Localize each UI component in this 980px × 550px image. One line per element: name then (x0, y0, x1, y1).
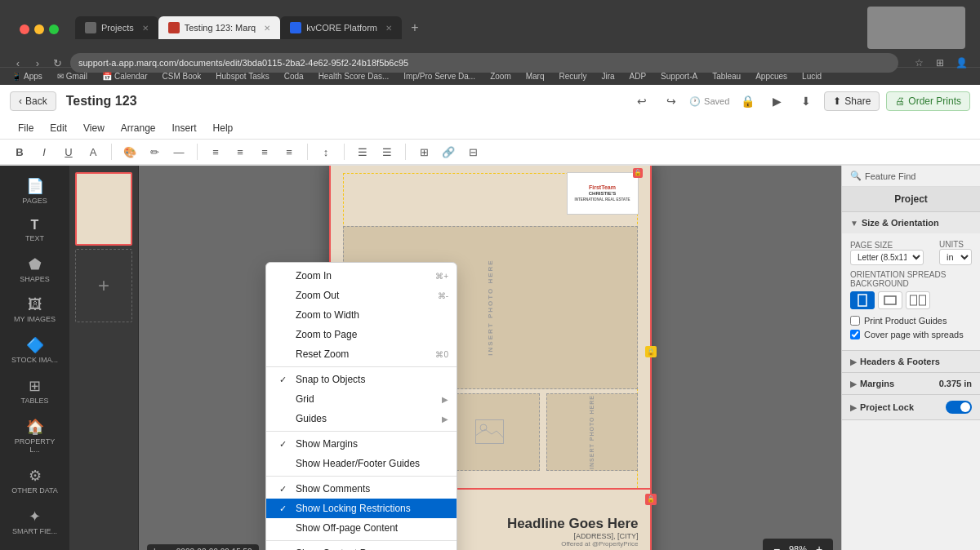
cover-spread-input[interactable] (850, 330, 860, 339)
bookmark-imp[interactable]: Imp/Pro Serve Da... (400, 72, 479, 81)
tab-projects[interactable]: Projects ✕ (75, 16, 158, 39)
sidebar-item-my-images[interactable]: 🖼 MY IMAGES (4, 291, 65, 328)
maximize-button[interactable] (49, 24, 59, 34)
close-button[interactable] (20, 24, 29, 34)
page-thumbnail[interactable] (75, 172, 132, 246)
sidebar-item-other-data[interactable]: ⚙ OTHER DATA (4, 462, 65, 499)
underline-button[interactable]: U (59, 142, 78, 162)
undo-button[interactable]: ↩ (630, 90, 653, 113)
print-guides-input[interactable] (850, 316, 860, 326)
menu-zoom-out[interactable]: Zoom Out ⌘- (266, 286, 457, 305)
align-left-button[interactable]: ≡ (206, 142, 225, 162)
justify-button[interactable]: ≡ (279, 142, 299, 162)
minimize-button[interactable] (34, 24, 44, 34)
share-button[interactable]: ⬆ Share (824, 91, 880, 111)
bookmark-zoom[interactable]: Zoom (487, 72, 514, 81)
bookmark-health[interactable]: Health Score Das... (315, 72, 393, 81)
menu-show-offpage[interactable]: Show Off-page Content (266, 518, 457, 538)
tab-testing-close[interactable]: ✕ (264, 24, 270, 33)
profile-icon[interactable]: 👤 (952, 54, 970, 72)
menu-zoom-in[interactable]: Zoom In ⌘+ (266, 266, 457, 286)
bookmark-hubspot[interactable]: Hubspot Tasks (212, 72, 272, 81)
bookmark-jira[interactable]: Jira (598, 72, 617, 81)
canvas-area[interactable]: 🔒 FirstTeam CHRISTIE'S INTERNATIONAL REA… (139, 166, 841, 550)
address-input[interactable] (70, 53, 898, 73)
menu-zoom-to-width[interactable]: Zoom to Width (266, 305, 457, 325)
italic-button[interactable]: I (34, 142, 54, 162)
portrait-button[interactable] (850, 291, 875, 309)
refresh-nav-button[interactable]: ↻ (49, 55, 65, 71)
units-select[interactable]: in (939, 249, 972, 265)
menu-reset-zoom[interactable]: Reset Zoom ⌘0 (266, 344, 457, 364)
landscape-button[interactable] (878, 291, 902, 309)
align-right-button[interactable]: ≡ (255, 142, 274, 162)
line-button[interactable]: — (169, 142, 189, 162)
sidebar-item-stock[interactable]: 🔷 STOCK IMA... (4, 331, 65, 369)
bookmark-adp[interactable]: ADP (626, 72, 650, 81)
list-button[interactable]: ☰ (353, 142, 372, 162)
font-size-button[interactable]: A (83, 142, 103, 162)
menu-file[interactable]: File (10, 119, 42, 137)
bookmark-calendar[interactable]: 📅Calendar (99, 72, 151, 81)
menu-zoom-to-page[interactable]: Zoom to Page (266, 325, 457, 344)
bookmark-csm[interactable]: CSM Book (159, 72, 205, 81)
project-lock-toggle[interactable] (946, 401, 972, 414)
back-nav-button[interactable]: ‹ (10, 55, 26, 71)
bookmark-appcues[interactable]: Appcues (752, 72, 791, 81)
add-page-button[interactable]: + (75, 249, 132, 322)
bold-button[interactable]: B (10, 142, 29, 162)
menu-grid[interactable]: Grid ▶ (266, 389, 457, 409)
menu-insert[interactable]: Insert (164, 119, 205, 137)
align-center-button[interactable]: ≡ (230, 142, 250, 162)
tab-testing[interactable]: Testing 123: Marq ✕ (158, 16, 280, 39)
zoom-in-button[interactable]: + (812, 542, 826, 550)
sidebar-item-smart-fields[interactable]: ✦ SMART FIE... (4, 503, 65, 540)
bookmark-support[interactable]: Support-A (657, 72, 701, 81)
bookmark-tableau[interactable]: Tableau (709, 72, 744, 81)
stroke-button[interactable]: ✏ (145, 142, 164, 162)
bookmark-apps[interactable]: 📱Apps (8, 72, 46, 81)
lock-icon[interactable]: 🔒 (736, 90, 759, 113)
menu-edit[interactable]: Edit (42, 119, 75, 137)
sidebar-item-shapes[interactable]: ⬟ SHAPES (4, 251, 65, 288)
redo-button[interactable]: ↪ (660, 90, 683, 113)
menu-show-margins[interactable]: ✓ Show Margins (266, 434, 457, 454)
new-tab-button[interactable]: + (405, 18, 425, 38)
tab-kvcore-close[interactable]: ✕ (385, 24, 392, 33)
sidebar-item-pages[interactable]: 📄 PAGES (4, 172, 65, 210)
menu-show-locking[interactable]: ✓ Show Locking Restrictions (266, 499, 457, 518)
bookmark-coda[interactable]: Coda (281, 72, 307, 81)
menu-arrange[interactable]: Arrange (113, 119, 164, 137)
panel-section-size-header[interactable]: ▼ Size & Orientation (842, 212, 980, 233)
fill-color-button[interactable]: 🎨 (120, 142, 140, 162)
print-guides-checkbox[interactable]: Print Product Guides (850, 316, 972, 326)
table-button[interactable]: ⊞ (414, 142, 434, 162)
feature-find-button[interactable]: 🔍 Feature Find (842, 166, 980, 187)
forward-nav-button[interactable]: › (29, 55, 46, 71)
page-size-select[interactable]: Letter (8.5x11) (850, 250, 924, 265)
zoom-out-button[interactable]: − (769, 542, 784, 550)
menu-show-header-footer[interactable]: Show Header/Footer Guides (266, 454, 457, 473)
play-icon[interactable]: ▶ (765, 90, 788, 113)
grid-button[interactable]: ⊟ (463, 142, 483, 162)
menu-guides[interactable]: Guides ▶ (266, 409, 457, 428)
extensions-icon[interactable]: ⊞ (931, 54, 949, 72)
sidebar-item-more[interactable]: ••• MORE (4, 543, 65, 550)
sidebar-item-text[interactable]: T TEXT (4, 213, 65, 247)
bookmark-icon[interactable]: ☆ (910, 54, 928, 72)
panel-section-lock-header[interactable]: ▶ Project Lock (842, 395, 980, 419)
line-height-button[interactable]: ↕ (316, 142, 336, 162)
menu-help[interactable]: Help (205, 119, 242, 137)
menu-snap-to-objects[interactable]: ✓ Snap to Objects (266, 370, 457, 389)
bookmark-marq[interactable]: Marq (523, 72, 548, 81)
download-icon[interactable]: ⬇ (795, 90, 817, 113)
order-prints-button[interactable]: 🖨 Order Prints (886, 91, 970, 111)
tab-kvcore[interactable]: kvCORE Platform ✕ (280, 16, 402, 39)
link-button[interactable]: 🔗 (439, 142, 458, 162)
spreads-button[interactable] (906, 291, 930, 309)
panel-section-headers-header[interactable]: ▶ Headers & Footers (842, 351, 980, 372)
list-ordered-button[interactable]: ☰ (377, 142, 397, 162)
bookmark-recurly[interactable]: Recurly (556, 72, 590, 81)
menu-view[interactable]: View (75, 119, 113, 137)
bookmark-lucid[interactable]: Lucid (799, 72, 825, 81)
